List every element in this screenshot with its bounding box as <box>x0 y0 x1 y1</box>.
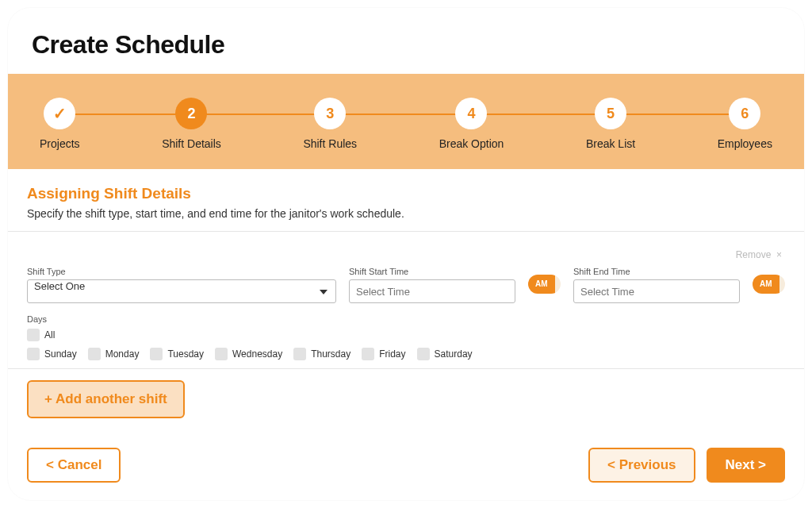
day-saturday[interactable]: Saturday <box>417 348 473 360</box>
day-all-label: All <box>44 329 55 341</box>
day-label: Wednesday <box>232 348 282 360</box>
step-label: Projects <box>40 137 80 150</box>
start-time-input[interactable] <box>349 279 515 303</box>
start-ampm-toggle[interactable]: AM PM <box>528 275 561 294</box>
wizard-card: Create Schedule ✓ Projects 2 Shift Detai… <box>8 8 804 500</box>
day-label: Saturday <box>435 348 473 360</box>
days-label: Days <box>27 314 785 324</box>
step-label: Shift Details <box>162 137 221 150</box>
day-tuesday[interactable]: Tuesday <box>150 348 204 360</box>
start-time-label: Shift Start Time <box>349 267 515 276</box>
page-title: Create Schedule <box>8 8 804 74</box>
step-circle-done: ✓ <box>44 98 75 129</box>
day-sunday[interactable]: Sunday <box>27 348 77 360</box>
end-ampm-toggle[interactable]: AM PM <box>753 275 785 294</box>
remove-label: Remove <box>736 249 772 260</box>
shift-type-select[interactable]: Select One <box>27 279 336 303</box>
divider <box>8 368 804 369</box>
step-projects[interactable]: ✓ Projects <box>40 98 80 150</box>
end-pm-option[interactable]: PM <box>779 275 785 294</box>
step-circle: 3 <box>314 98 346 129</box>
cancel-button[interactable]: < Cancel <box>27 448 121 483</box>
section-title: Assigning Shift Details <box>27 185 785 202</box>
day-wednesday[interactable]: Wednesday <box>215 348 282 360</box>
checkbox-icon[interactable] <box>215 348 228 360</box>
check-icon: ✓ <box>53 106 67 121</box>
step-shift-rules[interactable]: 3 Shift Rules <box>303 98 357 150</box>
next-button[interactable]: Next > <box>707 448 786 483</box>
step-circle: 6 <box>729 98 760 129</box>
step-label: Shift Rules <box>303 137 357 150</box>
stepper: ✓ Projects 2 Shift Details 3 Shift Rules… <box>8 74 804 169</box>
day-label: Friday <box>379 348 405 360</box>
days-all-row: All <box>27 329 785 341</box>
add-another-shift-button[interactable]: + Add another shift <box>27 380 185 418</box>
day-thursday[interactable]: Thursday <box>293 348 350 360</box>
step-break-list[interactable]: 5 Break List <box>586 98 635 150</box>
checkbox-icon[interactable] <box>293 348 306 360</box>
checkbox-icon[interactable] <box>362 348 374 360</box>
previous-button[interactable]: < Previous <box>588 448 695 483</box>
checkbox-icon[interactable] <box>417 348 430 360</box>
day-monday[interactable]: Monday <box>88 348 140 360</box>
days-list-row: Sunday Monday Tuesday Wednesday Thursday… <box>27 348 785 360</box>
shift-type-field: Shift Type Select One <box>27 267 336 303</box>
end-time-label: Shift End Time <box>573 267 740 276</box>
step-shift-details[interactable]: 2 Shift Details <box>162 98 221 150</box>
shift-form-row: Shift Type Select One Shift Start Time A… <box>27 267 785 303</box>
day-label: Thursday <box>311 348 350 360</box>
content-area: Assigning Shift Details Specify the shif… <box>8 169 804 418</box>
close-icon: × <box>776 249 782 260</box>
remove-shift-row: Remove × <box>27 249 785 260</box>
end-time-input[interactable] <box>573 279 740 303</box>
checkbox-icon[interactable] <box>27 348 40 360</box>
step-label: Employees <box>718 137 772 150</box>
step-label: Break Option <box>439 137 504 150</box>
section-description: Specify the shift type, start time, and … <box>27 207 785 220</box>
step-circle: 4 <box>455 98 487 129</box>
day-label: Monday <box>105 348 140 360</box>
day-label: Tuesday <box>167 348 204 360</box>
end-am-option[interactable]: AM <box>753 275 779 294</box>
divider <box>8 231 804 232</box>
start-time-field: Shift Start Time <box>349 267 515 303</box>
checkbox-icon[interactable] <box>27 329 40 341</box>
end-time-field: Shift End Time <box>573 267 740 303</box>
step-employees[interactable]: 6 Employees <box>718 98 772 150</box>
day-all[interactable]: All <box>27 329 55 341</box>
shift-type-label: Shift Type <box>27 267 336 276</box>
step-break-option[interactable]: 4 Break Option <box>439 98 504 150</box>
remove-shift-button[interactable]: Remove × <box>736 249 782 260</box>
footer-right: < Previous Next > <box>588 448 785 483</box>
step-circle: 5 <box>595 98 626 129</box>
wizard-footer: < Cancel < Previous Next > <box>27 448 785 483</box>
step-circle-active: 2 <box>175 98 207 129</box>
step-label: Break List <box>586 137 635 150</box>
day-label: Sunday <box>44 348 77 360</box>
start-am-option[interactable]: AM <box>528 275 555 294</box>
checkbox-icon[interactable] <box>150 348 163 360</box>
start-pm-option[interactable]: PM <box>555 275 561 294</box>
day-friday[interactable]: Friday <box>362 348 405 360</box>
checkbox-icon[interactable] <box>88 348 101 360</box>
